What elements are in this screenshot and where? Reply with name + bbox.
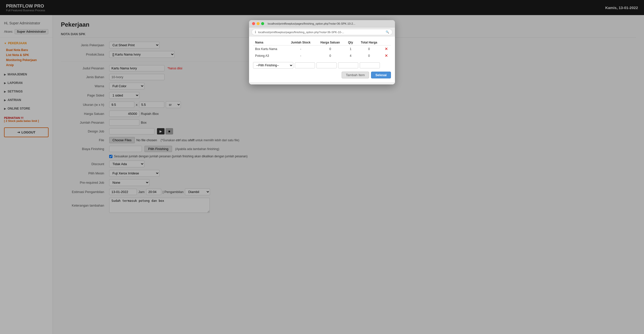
popup-row1-harga: 0 <box>315 45 345 53</box>
popup-col-harga-satuan: Harga Satuan <box>315 40 345 45</box>
popup-scrollbar <box>249 82 395 84</box>
popup-content: Nama Jumlah Stock Harga Satuan Qty Total… <box>249 37 395 82</box>
popup-search-icon: 🔍 <box>386 30 389 34</box>
popup-row2-nama: Potong A3 <box>253 52 286 59</box>
table-row: Box Kartu Nama - 0 1 0 ✕ <box>253 45 391 53</box>
popup-row2-stock: - <box>286 52 315 59</box>
popup-add-input-4[interactable] <box>360 62 380 68</box>
popup-col-jumlah-stock: Jumlah Stock <box>286 40 315 45</box>
popup-urlbar: ℹ localhost/printflowplus/pages/finishin… <box>252 29 392 35</box>
popup-titlebar: localhost/printflowplus/pages/finishing_… <box>249 20 395 27</box>
popup-table: Nama Jumlah Stock Harga Satuan Qty Total… <box>253 40 391 59</box>
popup-add-input-3[interactable] <box>338 62 358 68</box>
popup-col-nama: Nama <box>253 40 286 45</box>
popup-row2-delete-button[interactable]: ✕ <box>385 53 388 58</box>
popup-row2-delete: ✕ <box>382 52 391 59</box>
popup-close-button[interactable] <box>252 22 255 25</box>
popup-title: localhost/printflowplus/pages/finishing_… <box>268 22 392 25</box>
popup-finishing-select[interactable]: --Pilih Finishing-- <box>253 62 293 69</box>
popup-actions: Tambah Item Selesai <box>253 72 391 78</box>
popup-overlay: localhost/printflowplus/pages/finishing_… <box>0 0 644 334</box>
popup-minimize-button[interactable] <box>257 22 260 25</box>
popup-col-qty: Qty <box>345 40 356 45</box>
popup-row1-qty: 1 <box>345 45 356 53</box>
popup-url: localhost/printflowplus/pages/finishing_… <box>258 31 384 34</box>
popup-row1-stock: - <box>286 45 315 53</box>
popup-add-row: --Pilih Finishing-- <box>253 62 391 69</box>
popup-add-input-2[interactable] <box>316 62 337 68</box>
popup-window: localhost/printflowplus/pages/finishing_… <box>249 20 395 84</box>
popup-row2-harga: 0 <box>315 52 345 59</box>
popup-row1-total: 0 <box>356 45 382 53</box>
popup-row2-total: 0 <box>356 52 382 59</box>
table-row: Potong A3 - 0 4 0 ✕ <box>253 52 391 59</box>
popup-add-input-1[interactable] <box>295 62 315 68</box>
popup-info-icon: ℹ <box>255 30 256 34</box>
popup-row1-delete-button[interactable]: ✕ <box>385 46 388 51</box>
popup-col-action <box>382 40 391 45</box>
popup-row1-delete: ✕ <box>382 45 391 53</box>
tambah-item-button[interactable]: Tambah Item <box>342 72 369 78</box>
popup-maximize-button[interactable] <box>261 22 264 25</box>
selesai-button[interactable]: Selesai <box>371 72 391 78</box>
popup-col-total-harga: Total Harga <box>356 40 382 45</box>
popup-row2-qty: 4 <box>345 52 356 59</box>
popup-row1-nama: Box Kartu Nama <box>253 45 286 53</box>
